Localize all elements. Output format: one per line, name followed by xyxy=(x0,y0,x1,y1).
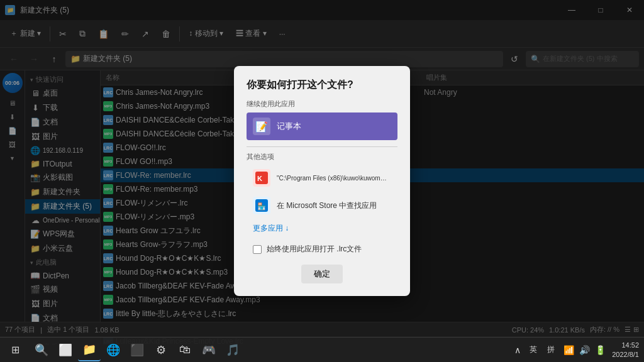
modal-checkbox-row[interactable]: 始终使用此应用打开 .lrc文件 xyxy=(247,241,397,257)
taskbar-app2[interactable]: 🎵 xyxy=(221,339,244,361)
modal-overlay[interactable]: 你要如何打开这个文件? 继续使用此应用 📝 记事本 其他选项 K "C:\Pro… xyxy=(0,0,644,362)
sys-icons: ∧ xyxy=(513,345,522,355)
modal-store-text: 在 Microsoft Store 中查找应用 xyxy=(277,200,377,211)
modal-continue-label: 继续使用此应用 xyxy=(247,99,397,109)
taskbar-store[interactable]: 🛍 xyxy=(174,339,196,361)
lang-en[interactable]: 英 xyxy=(527,344,540,355)
kuwo-icon: K xyxy=(253,169,270,187)
modal-other-label: 其他选项 xyxy=(247,152,397,162)
svg-text:🏪: 🏪 xyxy=(257,202,266,211)
taskbar-explorer[interactable]: 📁 xyxy=(78,339,101,361)
modal-confirm-button[interactable]: 确定 xyxy=(301,265,343,283)
lang-pinyin[interactable]: 拼 xyxy=(545,344,557,355)
taskbar-terminal[interactable]: ⬛ xyxy=(126,339,148,361)
modal-other-app-kuwo[interactable]: K "C:\Program Files (x86)\kuwo\kuwomusic… xyxy=(247,165,397,190)
taskbar-app-icons: 🔍 ⬜ 📁 🌐 ⬛ ⚙ 🛍 🎮 🎵 xyxy=(30,339,244,361)
modal-default-app-name: 记事本 xyxy=(277,121,301,132)
open-with-modal: 你要如何打开这个文件? 继续使用此应用 📝 记事本 其他选项 K "C:\Pro… xyxy=(234,66,410,296)
always-use-checkbox[interactable] xyxy=(253,245,262,254)
modal-divider xyxy=(247,146,397,147)
modal-default-app[interactable]: 📝 记事本 xyxy=(247,112,397,140)
taskbar-app1[interactable]: 🎮 xyxy=(197,339,220,361)
taskbar-clock[interactable]: 14:52 2022/8/1 xyxy=(612,341,639,359)
battery-icon[interactable]: 🔋 xyxy=(594,345,607,355)
modal-title: 你要如何打开这个文件? xyxy=(247,79,397,92)
volume-icon[interactable]: 🔊 xyxy=(578,345,591,355)
taskbar: ⊞ 🔍 ⬜ 📁 🌐 ⬛ ⚙ 🛍 🎮 🎵 ∧ 英 拼 📶 🔊 🔋 14:52 20… xyxy=(0,337,644,362)
start-button[interactable]: ⊞ xyxy=(5,340,25,360)
svg-text:K: K xyxy=(257,175,262,182)
modal-more-apps-link[interactable]: 更多应用 ↓ xyxy=(247,221,397,236)
modal-checkbox-label: 始终使用此应用打开 .lrc文件 xyxy=(267,244,362,255)
taskbar-right: ∧ 英 拼 📶 🔊 🔋 14:52 2022/8/1 xyxy=(513,341,639,359)
store-icon: 🏪 xyxy=(253,197,270,214)
taskbar-edge[interactable]: 🌐 xyxy=(102,339,125,361)
taskbar-search[interactable]: 🔍 xyxy=(30,339,53,361)
taskbar-settings[interactable]: ⚙ xyxy=(150,339,172,361)
modal-other-app-store[interactable]: 🏪 在 Microsoft Store 中查找应用 xyxy=(247,193,397,218)
modal-other-app-kuwo-path: "C:\Program Files (x86)\kuwo\kuwomusic\9… xyxy=(277,175,390,182)
sys-tray-icons: 📶 🔊 🔋 xyxy=(562,345,607,355)
wifi-icon[interactable]: 📶 xyxy=(562,345,575,355)
notepad-icon: 📝 xyxy=(253,118,270,135)
chevron-up-icon[interactable]: ∧ xyxy=(513,345,522,355)
taskbar-taskview[interactable]: ⬜ xyxy=(54,339,77,361)
